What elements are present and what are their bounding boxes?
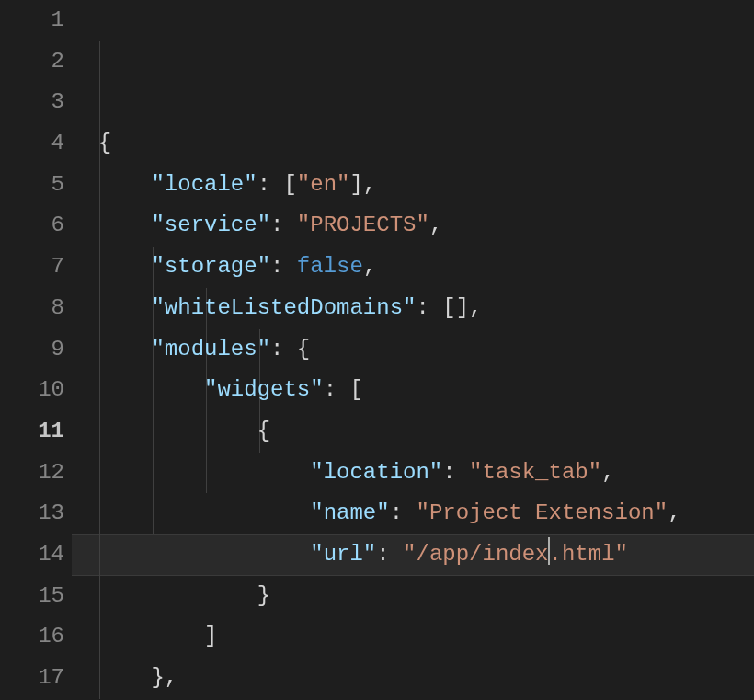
token-string: "Project Extension" [416,500,668,525]
code-line[interactable]: "storage": false, [72,247,754,288]
token-string: "en" [297,172,350,197]
line-number: 5 [0,165,64,206]
token-brace: { [257,419,270,443]
code-line-text: }, [72,665,177,690]
token-brace: : [390,500,417,525]
token-brace: : [270,254,297,279]
code-line[interactable]: "service": "PROJECTS", [72,205,754,247]
token-brace: : [376,542,403,567]
line-number: 11 [0,411,64,453]
line-number: 13 [0,493,64,534]
line-number: 3 [0,82,64,123]
code-line[interactable]: "location": "task_tab", [72,453,754,494]
token-kw: false [297,254,363,279]
code-line[interactable]: "name": "Project Extension", [72,493,754,534]
token-brace: , [363,254,376,279]
token-brace: : [270,212,297,237]
line-number: 17 [0,658,64,699]
line-number: 16 [0,616,64,658]
token-brace: , [601,460,614,485]
token-key: "locale" [151,172,257,197]
token-key: "storage" [151,254,270,279]
token-key: "name" [310,500,389,525]
token-brace: }, [151,665,177,690]
token-key: "whiteListedDomains" [151,295,416,320]
code-line-text: "locale": ["en"], [72,172,376,197]
token-key: "service" [151,212,270,237]
code-editor[interactable]: 1234567891011121314151617 { "locale": ["… [0,0,754,700]
line-number: 10 [0,370,64,411]
line-number: 8 [0,288,64,329]
line-number: 2 [0,41,64,83]
code-line-text: "widgets": [ [72,377,363,402]
code-line[interactable]: "modules": { [72,329,754,371]
token-string: .html" [549,542,628,567]
token-string: "/app/index [403,542,548,567]
token-brace: ], [349,172,376,197]
token-brace: { [98,131,111,155]
line-number: 9 [0,329,64,371]
line-number: 7 [0,247,64,288]
code-line-text: { [72,131,111,155]
line-number: 14 [0,534,64,576]
code-line-text: "service": "PROJECTS", [72,212,442,237]
code-line[interactable]: { [72,411,754,453]
code-area[interactable]: { "locale": ["en"], "service": "PROJECTS… [72,0,754,700]
code-line[interactable]: "widgets": [ [72,370,754,411]
code-line-text: "url": "/app/index.html" [72,542,628,567]
token-brace: : { [270,337,310,361]
code-line-text: ] [72,624,217,648]
code-line-text: "location": "task_tab", [72,460,615,485]
code-line[interactable]: { [72,123,754,165]
code-line[interactable]: "whiteListedDomains": [], [72,288,754,329]
code-line[interactable]: "locale": ["en"], [72,165,754,206]
line-number: 1 [0,0,64,41]
code-line[interactable]: } [72,576,754,617]
code-line-text: "modules": { [72,337,310,361]
token-brace: , [668,500,680,525]
code-line-text: "whiteListedDomains": [], [72,295,482,320]
line-number: 12 [0,453,64,494]
line-number: 4 [0,123,64,165]
line-number-gutter: 1234567891011121314151617 [0,0,72,700]
token-brace: : [], [416,295,482,320]
token-brace: , [429,212,442,237]
code-line-text: "storage": false, [72,254,376,279]
token-key: "url" [310,542,376,567]
token-brace: : [442,460,469,485]
line-number: 15 [0,576,64,617]
token-key: "modules" [151,337,270,361]
token-string: "task_tab" [469,460,601,485]
code-line[interactable]: ] [72,616,754,658]
token-brace: : [ [324,377,363,402]
code-line-text: { [72,419,270,443]
token-key: "widgets" [204,377,324,402]
code-line[interactable]: "url": "/app/index.html" [72,534,754,576]
code-line-text: } [72,583,270,608]
token-brace: ] [204,624,217,648]
code-line-text: "name": "Project Extension", [72,500,681,525]
token-brace: : [ [257,172,297,197]
token-string: "PROJECTS" [297,212,429,237]
token-key: "location" [310,460,442,485]
line-number: 6 [0,205,64,247]
token-brace: } [257,583,270,608]
code-line[interactable]: }, [72,658,754,699]
